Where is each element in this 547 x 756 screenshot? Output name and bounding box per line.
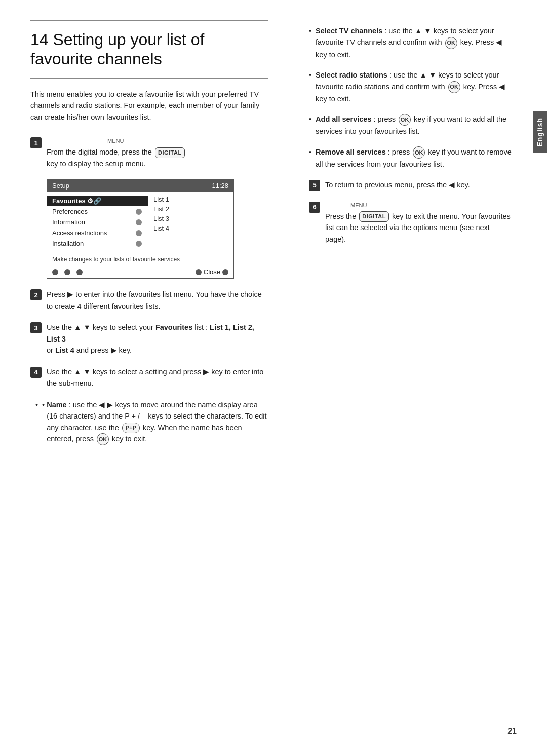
step-2-block: 2 Press ▶ to enter into the favourites l… [30,289,268,312]
menu-label-6: MENU [350,201,512,210]
step-2-text: Press ▶ to enter into the favourites lis… [47,289,268,312]
setup-time: 11:28 [212,182,228,190]
add-all-bold: Add all services [316,115,371,123]
setup-screen-body: Favourites ⚙🔗 Preferences Information Ac… [47,192,233,253]
bullet-remove-all: Remove all services : press OK key if yo… [309,146,512,170]
step-5-text: To return to previous menu, press the ◀ … [325,179,512,191]
nav-dot-5 [222,269,228,275]
step-6-before: Press the [325,212,358,220]
remove-all-desc: : press [388,148,412,156]
setup-row-favourites[interactable]: Favourites ⚙🔗 [47,196,148,206]
step-6-block: 6 MENU Press the DIGITAL key to exit the… [309,201,512,245]
step-3-block: 3 Use the ▲ ▼ keys to select your Favour… [30,322,268,356]
right-content: English Select TV channels : use the ▲ ▼… [294,0,537,756]
add-all-desc: : press [374,115,398,123]
access-dot [136,230,142,236]
information-dot [136,219,142,225]
menu-label-1: MENU [107,137,268,145]
preferences-dot [136,209,142,215]
setup-screen-header: Setup 11:28 [47,180,233,192]
section-number: 14 [30,30,49,49]
title-rule [30,78,268,79]
add-all-text: Add all services : press OK key if you w… [316,114,512,137]
setup-list-panel: List 1 List 2 List 3 List 4 [148,192,233,253]
step-2-number: 2 [30,289,42,300]
bullet-add-all: Add all services : press OK key if you w… [309,114,512,137]
english-language-tab: English [533,111,547,153]
step-5-number: 5 [309,180,320,191]
setup-menu-list: Favourites ⚙🔗 Preferences Information Ac… [47,192,148,253]
step-1-text-before: From the digital mode, press the [47,148,152,156]
section-title: 14 Setting up your list of favourite cha… [30,30,268,69]
step-1-number: 1 [30,137,42,148]
list-item-2: List 2 [153,205,228,213]
step-3-bold-list4: List 4 [55,346,74,354]
name-bullet-item: • Name : use the ◀ ▶ keys to move around… [35,399,268,446]
ok-button-tv: OK [445,37,457,49]
step-1-text: MENU From the digital mode, press the DI… [47,137,268,169]
ok-button-add: OK [399,114,411,126]
step-4-number: 4 [30,367,42,378]
setup-menu-item-access: Access restrictions [52,229,132,237]
name-bullet-text: Name : use the ◀ ▶ keys to move around t… [47,399,268,446]
nav-close-dot [196,269,202,275]
bullet-select-tv: Select TV channels : use the ▲ ▼ keys to… [309,25,512,60]
step-5-block: 5 To return to previous menu, press the … [309,179,512,191]
nav-dot-1 [52,269,58,275]
setup-menu-item-preferences: Preferences [52,208,132,215]
close-label: Close [204,268,220,276]
name-label: Name [47,401,67,409]
setup-footer-text: Make changes to your lists of favourite … [47,253,233,266]
remove-all-bold: Remove all services [316,148,386,156]
select-radio-text: Select radio stations : use the ▲ ▼ keys… [316,69,512,104]
pip-button: P+P [122,423,140,433]
installation-dot [136,241,142,247]
step-3-end: and press ▶ key. [74,346,132,354]
setup-menu-item-installation: Installation [52,240,132,247]
setup-nav-bar: Close [47,266,233,278]
step-3-after: or [47,346,55,354]
main-content: 14 Setting up your list of favourite cha… [0,0,294,756]
right-bullets-container: Select TV channels : use the ▲ ▼ keys to… [309,20,512,245]
section-heading: Setting up your list of favourite channe… [30,30,204,68]
page-container: 14 Setting up your list of favourite cha… [0,0,547,756]
setup-menu-item-favourites: Favourites ⚙🔗 [52,197,142,205]
step-3-before: Use the ▲ ▼ keys to select your [47,323,155,331]
digital-button-6: DIGITAL [359,211,389,222]
setup-row-installation[interactable]: Installation [47,238,148,249]
step-1-text-after: key to display the setup menu. [47,160,146,168]
step-3-bold-favourites: Favourites [155,323,192,331]
remove-all-text: Remove all services : press OK key if yo… [316,146,512,170]
select-radio-bold: Select radio stations [316,71,387,79]
bullet-select-radio: Select radio stations : use the ▲ ▼ keys… [309,69,512,104]
step-6-number: 6 [309,202,320,213]
step-3-number: 3 [30,322,42,333]
digital-button-1: DIGITAL [155,147,185,158]
ok-button-name: OK [97,433,109,445]
setup-screen: Setup 11:28 Favourites ⚙🔗 Preferences In… [47,179,234,279]
setup-title: Setup [52,182,69,190]
setup-row-access[interactable]: Access restrictions [47,228,148,238]
ok-button-radio: OK [448,81,460,93]
nav-dot-3 [76,269,83,275]
select-tv-text: Select TV channels : use the ▲ ▼ keys to… [316,25,512,60]
step-6-text: MENU Press the DIGITAL key to exit the m… [325,201,512,245]
step-1-block: 1 MENU From the digital mode, press the … [30,137,268,169]
list-item-1: List 1 [153,196,228,203]
page-number: 21 [507,727,517,736]
top-rule [30,20,268,21]
list-item-4: List 4 [153,224,228,232]
name-bullet-block: • Name : use the ◀ ▶ keys to move around… [30,399,268,446]
step-3-mid: list : [192,323,210,331]
intro-text: This menu enables you to create a favour… [30,89,268,123]
select-tv-bold: Select TV channels [316,27,382,35]
name-text-3: key to exit. [112,435,147,443]
step-4-text: Use the ▲ ▼ keys to select a setting and… [47,366,268,389]
ok-button-remove: OK [413,146,425,159]
setup-row-preferences[interactable]: Preferences [47,206,148,217]
list-item-3: List 3 [153,215,228,222]
setup-row-information[interactable]: Information [47,217,148,228]
step-3-text: Use the ▲ ▼ keys to select your Favourit… [47,322,268,356]
nav-dot-2 [64,269,70,275]
setup-menu-item-information: Information [52,218,132,226]
